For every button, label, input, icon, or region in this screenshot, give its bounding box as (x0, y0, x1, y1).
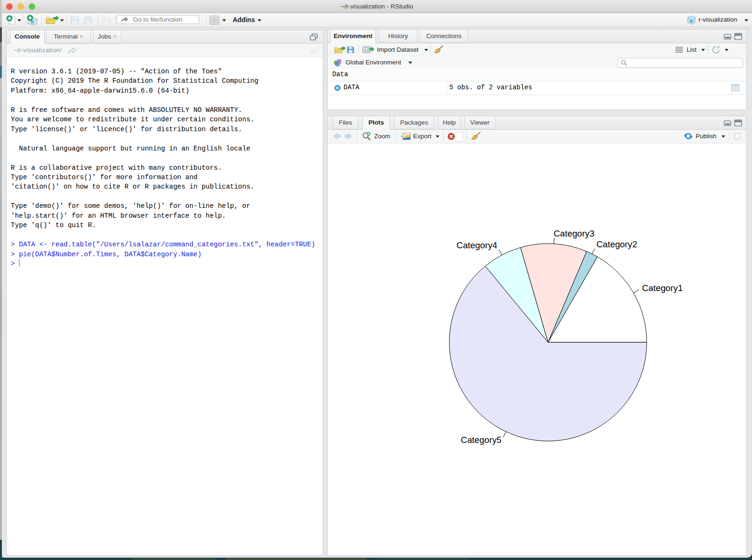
svg-text:Category4: Category4 (456, 240, 497, 250)
svg-text:Category2: Category2 (596, 239, 637, 249)
svg-text:Category1: Category1 (642, 283, 683, 293)
svg-text:Category5: Category5 (461, 435, 501, 445)
svg-text:R: R (690, 19, 693, 24)
svg-text:Category3: Category3 (554, 229, 595, 238)
